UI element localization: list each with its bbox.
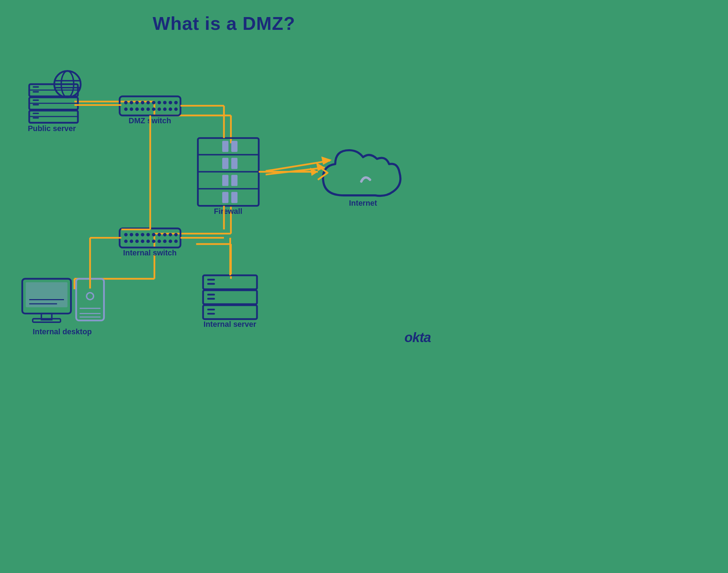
svg-point-38: [146, 101, 150, 104]
internal-desktop-icon: Internal desktop: [22, 279, 104, 336]
svg-rect-59: [222, 141, 229, 152]
internal-server-icon: Internal server: [203, 275, 257, 329]
svg-point-35: [130, 101, 133, 104]
svg-rect-109: [203, 305, 257, 319]
svg-rect-23: [33, 104, 39, 106]
svg-point-71: [130, 233, 133, 237]
svg-rect-106: [203, 290, 257, 304]
svg-point-37: [141, 101, 144, 104]
okta-logo: okta: [405, 330, 431, 345]
firewall-icon: Firewall: [198, 138, 259, 216]
svg-text:Internet: Internet: [349, 199, 377, 207]
svg-point-73: [141, 233, 144, 237]
internet-icon: Internet: [323, 150, 401, 208]
svg-point-77: [163, 233, 167, 237]
svg-rect-26: [33, 113, 39, 114]
svg-point-52: [168, 108, 172, 111]
svg-rect-104: [207, 279, 215, 281]
svg-rect-64: [231, 175, 238, 186]
svg-text:Public server: Public server: [28, 124, 76, 133]
svg-point-79: [174, 233, 178, 237]
svg-point-78: [168, 233, 172, 237]
svg-point-44: [124, 108, 128, 111]
svg-rect-22: [33, 99, 39, 101]
svg-text:Internal desktop: Internal desktop: [33, 328, 92, 336]
svg-point-81: [130, 239, 133, 243]
svg-point-83: [141, 239, 144, 243]
svg-point-50: [157, 108, 161, 111]
svg-point-48: [146, 108, 150, 111]
svg-rect-107: [207, 294, 215, 296]
svg-text:Internal server: Internal server: [203, 320, 256, 329]
svg-point-51: [163, 108, 167, 111]
svg-point-43: [174, 101, 178, 104]
svg-point-80: [124, 239, 128, 243]
svg-point-82: [135, 239, 139, 243]
svg-point-41: [163, 101, 167, 104]
svg-point-42: [168, 101, 172, 104]
svg-point-70: [124, 233, 128, 237]
svg-rect-60: [231, 141, 238, 152]
public-server-icon: Public server: [28, 71, 81, 133]
svg-point-72: [135, 233, 139, 237]
svg-rect-62: [231, 158, 238, 169]
svg-point-47: [141, 108, 144, 111]
svg-point-40: [157, 101, 161, 104]
svg-point-84: [146, 239, 150, 243]
svg-point-88: [168, 239, 172, 243]
svg-point-46: [135, 108, 139, 111]
svg-rect-108: [207, 298, 215, 300]
svg-rect-61: [222, 158, 229, 169]
svg-point-53: [174, 108, 178, 111]
svg-point-39: [152, 101, 156, 104]
svg-marker-7: [321, 156, 332, 164]
svg-point-36: [135, 101, 139, 104]
svg-rect-110: [207, 309, 215, 310]
svg-rect-65: [222, 192, 229, 203]
svg-point-75: [152, 233, 156, 237]
svg-point-86: [157, 239, 161, 243]
svg-rect-18: [33, 86, 39, 88]
svg-point-49: [152, 108, 156, 111]
svg-rect-69: [120, 228, 181, 248]
svg-point-98: [87, 293, 94, 300]
svg-rect-103: [203, 275, 257, 289]
svg-rect-105: [207, 283, 215, 285]
svg-text:Firewall: Firewall: [214, 207, 242, 216]
svg-rect-63: [222, 175, 229, 186]
svg-rect-94: [33, 319, 60, 322]
svg-text:Internal switch: Internal switch: [123, 249, 177, 257]
svg-point-74: [146, 233, 150, 237]
page-title: What is a DMZ?: [0, 0, 448, 34]
svg-point-34: [124, 101, 128, 104]
svg-rect-33: [120, 96, 181, 115]
svg-rect-66: [231, 192, 238, 203]
svg-rect-27: [33, 117, 39, 119]
svg-point-89: [174, 239, 178, 243]
internal-switch-icon: Internal switch: [120, 228, 181, 257]
svg-rect-19: [33, 91, 39, 93]
svg-point-76: [157, 233, 161, 237]
diagram-area: Public server DMZ switch: [0, 36, 448, 355]
svg-point-85: [152, 239, 156, 243]
svg-rect-111: [207, 313, 215, 315]
svg-point-45: [130, 108, 133, 111]
svg-point-87: [163, 239, 167, 243]
